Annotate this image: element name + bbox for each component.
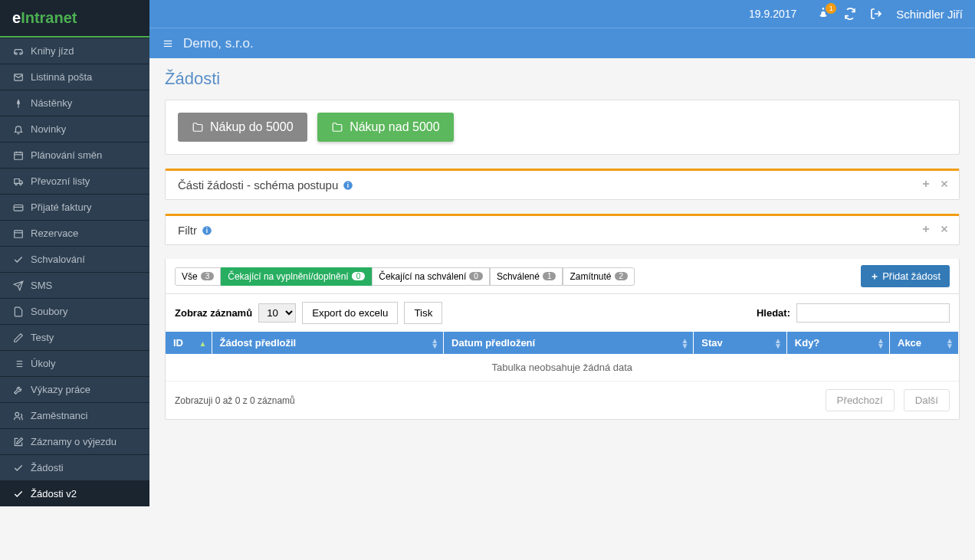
sidebar-item-label: Testy (31, 332, 54, 343)
creditcard-icon (12, 202, 25, 213)
tab-pending-approve[interactable]: Čekající na schválení0 (372, 267, 490, 286)
sidebar-item-label: Soubory (31, 306, 67, 317)
logout-icon[interactable] (870, 8, 882, 20)
list-icon (12, 359, 25, 369)
sidebar-item-label: Zaměstnanci (31, 410, 87, 421)
sidebar: eIntranet Knihy jízdListinná poštaNástěn… (0, 0, 149, 506)
tab-pending-fill[interactable]: Čekající na vyplnění/doplnění0 (221, 267, 372, 286)
table-panel: Vše3 Čekající na vyplnění/doplnění0 Čeka… (165, 259, 960, 420)
sidebar-item-plánování-směn[interactable]: Plánování směn (0, 142, 149, 168)
sidebar-item-nástěnky[interactable]: Nástěnky (0, 90, 149, 116)
plus-icon (870, 272, 879, 281)
company-name[interactable]: Demo, s.r.o. (183, 36, 254, 51)
filter-panel: Filtr i (165, 214, 960, 245)
sidebar-item-převozní-listy[interactable]: Převozní listy (0, 168, 149, 194)
empty-message: Tabulka neobsahuje žádná data (166, 354, 959, 382)
tab-all[interactable]: Vše3 (175, 267, 221, 286)
print-button[interactable]: Tisk (404, 302, 442, 324)
sidebar-item-novinky[interactable]: Novinky (0, 116, 149, 142)
app-logo[interactable]: eIntranet (0, 0, 149, 38)
tab-approved[interactable]: Schválené1 (490, 267, 563, 286)
sidebar-item-label: Plánování směn (31, 149, 102, 161)
users-icon (12, 411, 25, 421)
col-id[interactable]: ID▲ (166, 332, 212, 354)
notifications-icon[interactable]: 1 (816, 8, 830, 20)
sidebar-item-přijaté-faktury[interactable]: Přijaté faktury (0, 194, 149, 220)
add-button-label: Přidat žádost (882, 270, 941, 282)
sidebar-item-label: Žádosti v2 (31, 488, 77, 499)
col-status[interactable]: Stav▲▼ (694, 332, 787, 354)
schema-panel: Části žádosti - schéma postupu i (165, 169, 960, 200)
folder-button-high[interactable]: Nákup nad 5000 (317, 113, 453, 142)
sidebar-item-label: Schvalování (31, 254, 85, 265)
data-table: ID▲ Žádost předložil▲▼ Datum předložení▲… (166, 332, 959, 382)
sidebar-item-label: Knihy jízd (31, 45, 74, 57)
sidebar-item-label: Novinky (31, 123, 66, 135)
bell-icon (12, 124, 25, 135)
pin-icon (12, 98, 25, 109)
sidebar-item-label: Žádosti (31, 462, 64, 473)
file-icon (12, 306, 25, 317)
check-icon (12, 254, 25, 265)
refresh-icon[interactable] (844, 8, 856, 20)
sidebar-item-knihy-jízd[interactable]: Knihy jízd (0, 38, 149, 64)
search-label: Hledat: (757, 307, 790, 319)
notification-badge: 1 (826, 3, 836, 14)
sidebar-item-zaměstnanci[interactable]: Zaměstnanci (0, 402, 149, 428)
sidebar-item-label: Rezervace (31, 228, 78, 239)
sidebar-item-listinná-pošta[interactable]: Listinná pošta (0, 64, 149, 90)
svg-rect-10 (15, 230, 23, 237)
svg-text:i: i (347, 182, 349, 188)
wrench-icon (12, 385, 25, 395)
expand-icon[interactable] (921, 178, 931, 189)
folders-panel: Nákup do 5000 Nákup nad 5000 (165, 100, 960, 155)
folder-low-label: Nákup do 5000 (210, 120, 294, 134)
page-title: Žádosti (165, 69, 960, 89)
export-button[interactable]: Export do excelu (302, 302, 398, 324)
info-icon[interactable]: i (202, 225, 212, 236)
col-action[interactable]: Akce▲▼ (890, 332, 959, 354)
col-submitted-by[interactable]: Žádost předložil▲▼ (212, 332, 444, 354)
col-when[interactable]: Kdy?▲▼ (786, 332, 889, 354)
expand-icon[interactable] (921, 224, 931, 234)
topbar: 19.9.2017 1 Schindler Jiří (149, 0, 975, 28)
search-input[interactable] (796, 303, 950, 323)
sidebar-item-testy[interactable]: Testy (0, 324, 149, 350)
username[interactable]: Schindler Jiří (896, 8, 963, 21)
logo-text: Intranet (21, 9, 77, 26)
svg-point-6 (15, 183, 17, 185)
subbar: Demo, s.r.o. (149, 28, 975, 58)
close-icon[interactable] (939, 224, 950, 234)
sidebar-item-schvalování[interactable]: Schvalování (0, 246, 149, 272)
folder-button-low[interactable]: Nákup do 5000 (178, 113, 307, 142)
svg-rect-8 (14, 205, 23, 211)
tab-rejected[interactable]: Zamítnuté2 (563, 267, 635, 286)
svg-text:i: i (206, 227, 208, 234)
add-request-button[interactable]: Přidat žádost (861, 265, 950, 287)
page-size-select[interactable]: 10 (258, 303, 296, 323)
col-date[interactable]: Datum předložení▲▼ (444, 332, 694, 354)
sidebar-item-soubory[interactable]: Soubory (0, 298, 149, 324)
edit-icon (12, 437, 25, 447)
calendar-icon (12, 150, 25, 161)
menu-toggle-icon[interactable] (162, 38, 174, 49)
sidebar-item-label: SMS (31, 280, 52, 291)
sidebar-item-rezervace[interactable]: Rezervace (0, 220, 149, 246)
sidebar-item-žádosti[interactable]: Žádosti (0, 454, 149, 480)
sidebar-item-úkoly[interactable]: Úkoly (0, 350, 149, 376)
info-icon[interactable]: i (343, 180, 353, 191)
close-icon[interactable] (939, 178, 950, 189)
truck-icon (12, 176, 25, 187)
filter-panel-title: Filtr (178, 224, 197, 237)
sidebar-item-výkazy-práce[interactable]: Výkazy práce (0, 376, 149, 402)
sidebar-item-sms[interactable]: SMS (0, 272, 149, 298)
pencil-icon (12, 332, 25, 343)
prev-button[interactable]: Předchozí (826, 389, 895, 411)
show-records-label: Zobraz záznamů (175, 307, 252, 319)
topbar-date: 19.9.2017 (749, 8, 796, 20)
next-button[interactable]: Další (904, 389, 950, 411)
sidebar-item-žádosti-v2[interactable]: Žádosti v2 (0, 480, 149, 506)
sidebar-item-label: Záznamy o výjezdu (31, 436, 117, 447)
car-icon (12, 46, 25, 57)
sidebar-item-záznamy-o-výjezdu[interactable]: Záznamy o výjezdu (0, 428, 149, 454)
